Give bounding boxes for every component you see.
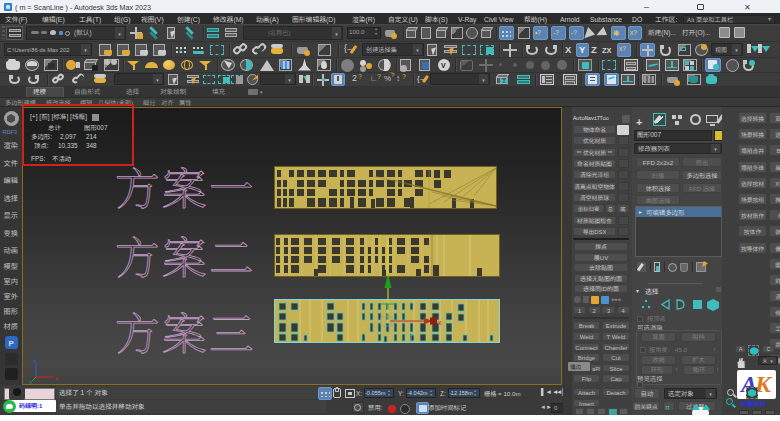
svg-text:z: z [33,358,36,364]
svg-text:x: x [55,375,58,381]
svg-text:x: x [438,319,442,326]
